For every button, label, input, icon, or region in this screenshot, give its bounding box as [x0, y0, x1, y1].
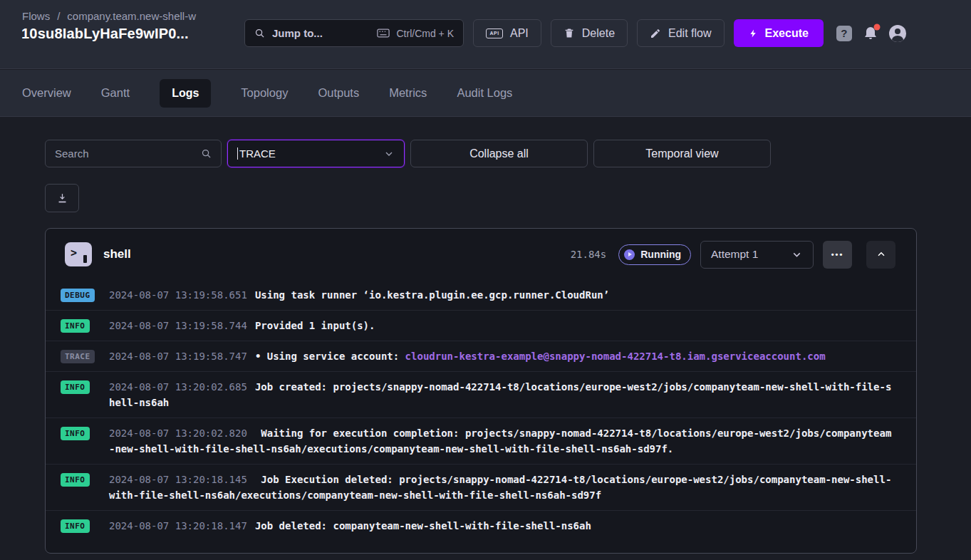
attempt-select[interactable]: Attempt 1 — [700, 241, 814, 269]
log-row: INFO 2024-08-07 13:19:58.744Provided 1 i… — [46, 310, 916, 341]
pencil-icon — [650, 28, 661, 39]
task-panel-controls: 21.84s Running Attempt 1 ••• — [571, 241, 895, 269]
collapse-panel-button[interactable] — [866, 241, 895, 269]
top-bar: Flows / company.team.new-shell-w 10su8Ia… — [0, 0, 971, 69]
task-panel-header: > shell 21.84s Running Attempt 1 ••• — [46, 229, 916, 280]
log-level-badge: INFO — [61, 473, 90, 487]
keyboard-icon — [377, 28, 390, 38]
lightning-icon — [749, 28, 758, 39]
attempt-label: Attempt 1 — [711, 248, 758, 261]
api-icon: API — [486, 28, 503, 38]
jump-to-label: Jump to... — [272, 27, 323, 39]
search-icon — [254, 28, 265, 38]
help-icon[interactable]: ? — [836, 26, 852, 41]
log-level-select[interactable]: TRACE — [227, 140, 405, 167]
log-timestamp: 2024-08-07 13:19:58.747 — [109, 351, 247, 362]
delete-button[interactable]: Delete — [551, 19, 628, 47]
tab-overview[interactable]: Overview — [22, 86, 71, 100]
topbar-actions: Jump to... Ctrl/Cmd + K API API Delete — [244, 19, 906, 47]
log-level-badge: INFO — [61, 319, 90, 333]
log-row: INFO 2024-08-07 13:20:02.685Job created:… — [46, 371, 916, 418]
delete-button-label: Delete — [582, 27, 615, 40]
breadcrumb-flows-link[interactable]: Flows — [22, 10, 50, 22]
log-message: Provided 1 input(s). — [255, 320, 375, 331]
topbar-icon-group: ? — [836, 25, 906, 42]
breadcrumb: Flows / company.team.new-shell-w — [22, 10, 196, 22]
download-logs-button[interactable] — [45, 184, 79, 212]
download-icon — [56, 192, 68, 204]
search-icon — [201, 148, 212, 159]
log-level-badge: INFO — [61, 427, 90, 440]
log-level-badge: INFO — [61, 380, 90, 394]
log-timestamp: 2024-08-07 13:20:18.147 — [109, 520, 247, 532]
chevron-down-icon — [383, 148, 395, 160]
trash-icon — [564, 27, 575, 39]
log-row: INFO 2024-08-07 13:20:18.147Job deleted:… — [46, 510, 916, 541]
kestra-execution-page: Flows / company.team.new-shell-w 10su8Ia… — [0, 0, 971, 560]
account-icon[interactable] — [889, 25, 906, 42]
log-timestamp: 2024-08-07 13:19:58.651 — [109, 289, 247, 301]
breadcrumb-separator: / — [57, 10, 60, 22]
log-level-value: TRACE — [239, 147, 276, 160]
log-row: INFO 2024-08-07 13:20:02.820 Waiting for… — [46, 418, 916, 464]
service-account-link[interactable]: cloudrun-kestra-example@snappy-nomad-422… — [405, 351, 826, 362]
page-title: 10su8IabLyHaFe9wIP0... — [21, 26, 189, 42]
search-input[interactable] — [55, 147, 201, 160]
jump-to-button[interactable]: Jump to... Ctrl/Cmd + K — [244, 19, 464, 47]
play-circle-icon — [624, 249, 635, 260]
tab-logs[interactable]: Logs — [160, 79, 211, 108]
log-message: Using task runner ‘io.kestra.plugin.ee.g… — [255, 289, 609, 301]
tab-metrics[interactable]: Metrics — [389, 86, 427, 100]
status-label: Running — [640, 249, 681, 260]
collapse-all-button[interactable]: Collapse all — [410, 140, 588, 167]
log-message: Job deleted: companyteam-new-shell-with-… — [255, 520, 591, 532]
task-log-panel: > shell 21.84s Running Attempt 1 ••• — [45, 228, 917, 554]
tab-topology[interactable]: Topology — [241, 86, 288, 100]
api-button-label: API — [510, 27, 529, 40]
edit-flow-button[interactable]: Edit flow — [637, 19, 724, 47]
execute-button[interactable]: Execute — [734, 19, 824, 47]
status-badge[interactable]: Running — [618, 244, 691, 265]
edit-flow-button-label: Edit flow — [668, 27, 711, 40]
terminal-icon: > — [65, 242, 92, 266]
shortcut-label: Ctrl/Cmd + K — [396, 28, 454, 39]
log-list: DEBUG 2024-08-07 13:19:58.651Using task … — [46, 280, 916, 541]
task-name: shell — [103, 247, 131, 261]
log-message: • Using service account: — [255, 351, 405, 362]
log-timestamp: 2024-08-07 13:19:58.744 — [109, 320, 247, 331]
tab-outputs[interactable]: Outputs — [318, 86, 359, 100]
notifications-icon[interactable] — [862, 25, 879, 42]
search-field — [45, 140, 222, 167]
more-actions-button[interactable]: ••• — [823, 241, 852, 269]
log-timestamp: 2024-08-07 13:20:18.145 — [109, 474, 247, 485]
log-filters: TRACE Collapse all Temporal view — [45, 140, 771, 167]
text-cursor — [237, 147, 238, 160]
log-level-badge: INFO — [61, 519, 90, 533]
tab-audit-logs[interactable]: Audit Logs — [457, 86, 512, 100]
log-level-badge: DEBUG — [61, 289, 95, 302]
notification-dot — [873, 24, 881, 31]
execute-button-label: Execute — [765, 27, 809, 40]
log-row: INFO 2024-08-07 13:20:18.145 Job Executi… — [46, 464, 916, 510]
chevron-down-icon — [791, 249, 803, 261]
task-duration: 21.84s — [571, 249, 607, 260]
log-row: DEBUG 2024-08-07 13:19:58.651Using task … — [46, 280, 916, 310]
log-level-badge: TRACE — [61, 350, 95, 363]
breadcrumb-namespace-link[interactable]: company.team.new-shell-w — [67, 10, 196, 22]
shortcut-hint: Ctrl/Cmd + K — [377, 28, 454, 39]
log-row: TRACE 2024-08-07 13:19:58.747• Using ser… — [46, 341, 916, 371]
tab-bar: Overview Gantt Logs Topology Outputs Met… — [0, 70, 971, 117]
log-timestamp: 2024-08-07 13:20:02.820 — [109, 427, 247, 439]
temporal-view-button[interactable]: Temporal view — [593, 140, 771, 167]
log-timestamp: 2024-08-07 13:20:02.685 — [109, 381, 247, 393]
chevron-up-icon — [876, 249, 887, 260]
api-button[interactable]: API API — [473, 19, 541, 47]
tab-gantt[interactable]: Gantt — [101, 86, 130, 100]
